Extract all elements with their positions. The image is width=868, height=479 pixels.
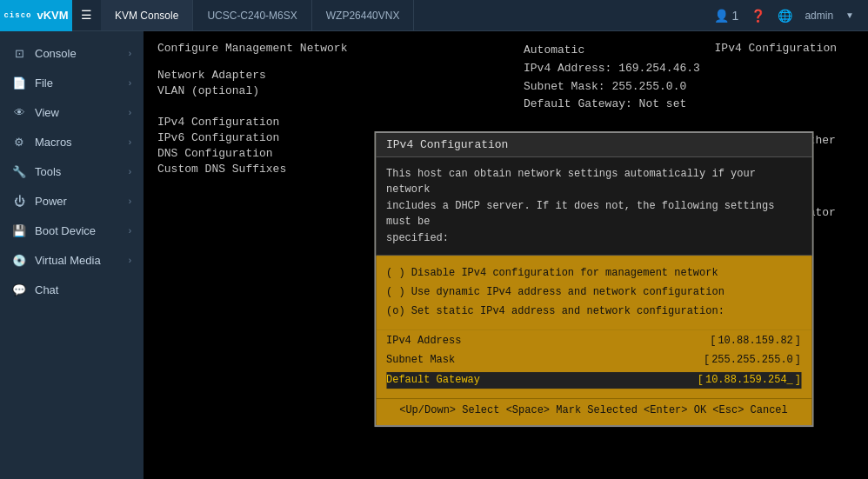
virtual-media-chevron-icon: › (129, 256, 131, 265)
sidebar-label-file: File (35, 77, 53, 90)
right-panel-automatic: Automatic (524, 42, 854, 60)
tab-kvm-console[interactable]: KVM Console (101, 0, 193, 30)
right-panel-line3: Default Gateway: Not set (524, 96, 854, 114)
sidebar-item-console[interactable]: ⊡ Console › (0, 38, 144, 68)
power-icon: ⏻ (12, 194, 26, 208)
view-icon: 👁 (12, 105, 26, 119)
field-label-gateway: Default Gateway (386, 372, 480, 389)
main-content: ⊡ Console › 📄 File › 👁 View › ⚙ Macros (0, 31, 868, 479)
dialog-options[interactable]: ( ) Disable IPv4 configuration for manag… (376, 256, 811, 330)
field-value-subnet: [ 255.255.255.0 ] (704, 353, 801, 369)
option-dynamic-ipv4[interactable]: ( ) Use dynamic IPv4 address and network… (386, 283, 801, 303)
file-icon: 📄 (12, 76, 26, 90)
macros-chevron-icon: › (129, 137, 131, 147)
footer-space: <Space> (506, 404, 550, 416)
tab-wzp[interactable]: WZP26440VNX (312, 0, 415, 30)
sidebar-item-view[interactable]: 👁 View › (0, 97, 144, 127)
right-panel-line1: IPv4 Address: 169.254.46.3 (524, 60, 854, 78)
terminal-left-header: Configure Management Network (157, 42, 347, 55)
console-chevron-icon: › (129, 49, 131, 58)
cisco-brand: cisco (3, 11, 31, 20)
console-icon: ⊡ (12, 46, 26, 60)
sidebar-label-virtual-media: Virtual Media (35, 254, 101, 267)
sidebar-label-tools: Tools (35, 165, 61, 178)
sidebar-label-console: Console (35, 47, 77, 60)
footer-ok-label: OK (694, 404, 713, 416)
tools-chevron-icon: › (129, 167, 131, 176)
sidebar-item-power[interactable]: ⏻ Power › (0, 186, 144, 216)
option-disable-ipv4[interactable]: ( ) Disable IPv4 configuration for manag… (386, 265, 801, 284)
terminal-area[interactable]: Configure Management Network IPv4 Config… (144, 31, 868, 479)
sidebar-label-power: Power (35, 195, 67, 208)
sidebar-label-view: View (35, 106, 59, 119)
sidebar-item-file[interactable]: 📄 File › (0, 68, 144, 97)
sidebar-label-chat: Chat (35, 283, 58, 296)
field-row-subnet[interactable]: Subnet Mask [ 255.255.255.0 ] (386, 353, 801, 369)
dialog-info: This host can obtain network settings au… (376, 157, 811, 256)
tab-ucsc[interactable]: UCSC-C240-M6SX (193, 0, 311, 30)
sidebar-item-boot-device[interactable]: 💾 Boot Device › (0, 216, 144, 245)
option-static-ipv4[interactable]: (o) Set static IPv4 address and network … (386, 303, 801, 322)
help-icon[interactable]: ❓ (751, 9, 765, 23)
field-value-ipv4: [ 10.88.159.82 ] (710, 333, 801, 349)
globe-icon[interactable]: 🌐 (778, 9, 792, 23)
footer-mark-label: Mark Selected (556, 404, 644, 416)
hamburger-icon[interactable]: ☰ (72, 8, 101, 23)
dialog-title: IPv4 Configuration (386, 138, 508, 151)
sidebar-item-macros[interactable]: ⚙ Macros › (0, 127, 144, 156)
virtual-media-icon: 💿 (12, 253, 26, 267)
sidebar-item-tools[interactable]: 🔧 Tools › (0, 156, 144, 186)
view-chevron-icon: › (129, 108, 131, 117)
sidebar-item-virtual-media[interactable]: 💿 Virtual Media › (0, 245, 144, 275)
header-tabs: KVM Console UCSC-C240-M6SX WZP26440VNX (101, 0, 700, 30)
user-count-icon: 👤 1 (714, 9, 739, 23)
field-label-subnet: Subnet Mask (386, 353, 455, 369)
username-label: admin (805, 10, 833, 22)
sidebar-item-chat[interactable]: 💬 Chat (0, 275, 144, 304)
app-logo: cisco vKVM (0, 0, 72, 31)
sidebar-label-macros: Macros (35, 136, 72, 149)
ipv4-dialog: IPv4 Configuration This host can obtain … (374, 131, 813, 427)
power-chevron-icon: › (129, 196, 131, 206)
boot-device-chevron-icon: › (129, 226, 131, 236)
sidebar: ⊡ Console › 📄 File › 👁 View › ⚙ Macros (0, 31, 144, 479)
app-name: vKVM (37, 9, 68, 22)
file-chevron-icon: › (129, 78, 131, 88)
field-value-gateway: [ 10.88.159.254_ ] (698, 372, 801, 389)
dialog-info-text: This host can obtain network settings au… (386, 168, 774, 244)
user-chevron-icon[interactable]: ▼ (845, 10, 854, 20)
macros-icon: ⚙ (12, 135, 26, 149)
footer-cancel-label: Cancel (751, 404, 788, 416)
boot-device-icon: 💾 (12, 223, 26, 237)
header-bar: cisco vKVM ☰ KVM Console UCSC-C240-M6SX … (0, 0, 868, 31)
footer-updown: <Up/Down> (399, 404, 456, 416)
footer-select-label: Select (462, 404, 505, 416)
field-label-ipv4: IPv4 Address (386, 333, 461, 349)
field-row-gateway[interactable]: Default Gateway [ 10.88.159.254_ ] (386, 372, 801, 389)
header-right: 👤 1 ❓ 🌐 admin ▼ (700, 9, 868, 23)
sidebar-label-boot-device: Boot Device (35, 224, 96, 237)
field-row-ipv4[interactable]: IPv4 Address [ 10.88.159.82 ] (386, 333, 801, 349)
footer-esc: <Esc> (712, 404, 744, 416)
dialog-fields: IPv4 Address [ 10.88.159.82 ] Subnet Mas… (376, 329, 811, 398)
dialog-footer: <Up/Down> Select <Space> Mark Selected <… (376, 398, 811, 425)
dialog-title-bar: IPv4 Configuration (376, 133, 811, 157)
footer-enter: <Enter> (644, 404, 687, 416)
tools-icon: 🔧 (12, 164, 26, 178)
right-panel-line2: Subnet Mask: 255.255.0.0 (524, 78, 854, 96)
chat-icon: 💬 (12, 283, 26, 296)
